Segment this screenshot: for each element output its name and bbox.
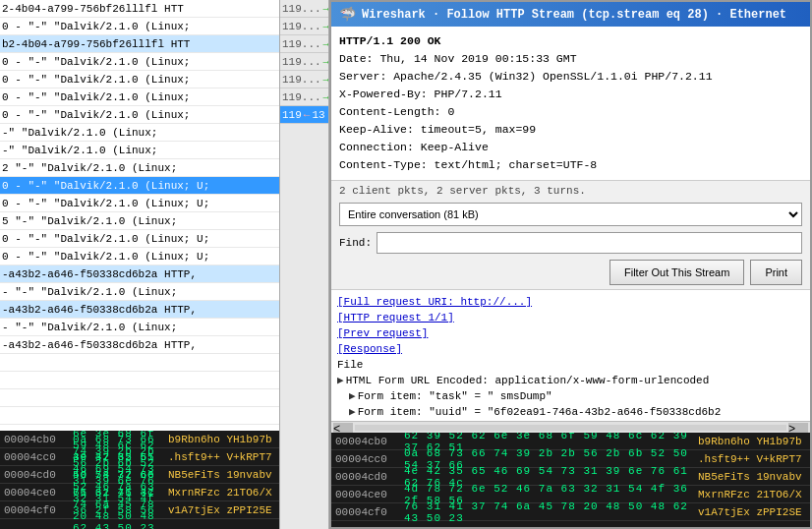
stream-content-area[interactable]: [Full request URI: http://...] [HTTP req… — [331, 289, 810, 421]
http-status-line: HTTP/1.1 200 OK — [339, 32, 802, 50]
packet-row-4[interactable]: 0 - "-" "Dalvik/2.1.0 (Linux; — [0, 53, 279, 71]
find-row: Find: — [331, 230, 810, 256]
packet-row-23[interactable] — [0, 389, 279, 407]
packet-row-2[interactable]: 0 - "-" "Dalvik/2.1.0 (Linux; — [0, 18, 279, 35]
packet-row-5[interactable]: 0 - "-" "Dalvik/2.1.0 (Linux; — [0, 71, 279, 88]
packet-row-14[interactable]: 0 - "-" "Dalvik/2.1.0 (Linux; U; — [0, 230, 279, 248]
tree-file: File — [337, 357, 804, 373]
http-server: Server: Apache/2.4.35 (Win32) OpenSSL/1.… — [339, 68, 802, 86]
left-hex-panel: 00004cb0 62 39 52 62 6e 3e 68 6f 59 48 6… — [0, 431, 280, 529]
packet-row-22[interactable] — [0, 372, 279, 389]
packet-row-10[interactable]: 2 "-" "Dalvik/2.1.0 (Linux; — [0, 159, 279, 177]
find-label: Find: — [339, 237, 371, 249]
packet-row-13[interactable]: 5 "-" "Dalvik/2.1.0 (Linux; — [0, 212, 279, 230]
packet-row-20[interactable]: -a43b2-a646-f50338cd6b2a HTTP, — [0, 336, 279, 354]
packet-row-12[interactable]: 0 - "-" "Dalvik/2.1.0 (Linux; U; — [0, 195, 279, 212]
line-row-2: 119... → 13 — [280, 18, 328, 35]
scroll-right-arrow[interactable]: > — [788, 423, 808, 433]
print-button[interactable]: Print — [750, 260, 802, 285]
conversation-dropdown[interactable]: Entire conversation (81 kB) Client (40 k… — [339, 203, 802, 226]
packet-row-17[interactable]: - "-" "Dalvik/2.1.0 (Linux; — [0, 283, 279, 301]
follow-stream-dialog: 🦈 Wireshark · Follow HTTP Stream (tcp.st… — [329, 0, 812, 529]
line-row-1: 119... → 13 — [280, 0, 328, 18]
http-content-type: Content-Type: text/html; charset=UTF-8 — [339, 156, 802, 174]
packet-row-24[interactable] — [0, 407, 279, 425]
left-packet-panel: 2-4b04-a799-756bf26lllfl HTT 0 - "-" "Da… — [0, 0, 280, 529]
scroll-track — [355, 425, 786, 431]
summary-text: 2 client pkts, 2 server pkts, 3 turns. — [331, 181, 810, 199]
packet-row-3[interactable]: b2-4b04-a799-756bf26lllfl HTT — [0, 35, 279, 53]
http-headers-section: HTTP/1.1 200 OK Date: Thu, 14 Nov 2019 0… — [331, 27, 810, 181]
dialog-hex-row-5: 00004cf0 76 31 41 37 74 6a 45 78 20 48 5… — [331, 503, 810, 521]
packet-row-6[interactable]: 0 - "-" "Dalvik/2.1.0 (Linux; — [0, 88, 279, 106]
packet-row-7[interactable]: 0 - "-" "Dalvik/2.1.0 (Linux; — [0, 106, 279, 124]
wireshark-icon: 🦈 — [339, 6, 356, 23]
packet-row-15[interactable]: 0 - "-" "Dalvik/2.1.0 (Linux; U; — [0, 248, 279, 265]
horizontal-scrollbar[interactable]: < > — [331, 421, 810, 433]
http-date: Date: Thu, 14 Nov 2019 00:15:33 GMT — [339, 50, 802, 68]
line-row-6: 119... → 13 — [280, 88, 328, 106]
scroll-left-arrow[interactable]: < — [333, 423, 353, 433]
line-row-3: 119... → 13 — [280, 35, 328, 53]
line-row-7-selected: 119 ← 13 — [280, 106, 328, 124]
tree-html-form[interactable]: ▶ HTML Form URL Encoded: application/x-w… — [337, 373, 804, 388]
packet-row-18[interactable]: -a43b2-a646-f50338cd6b2a HTTP, — [0, 301, 279, 319]
hex-row-5: 00004cf0 76 31 41 37 74 6a 45 78 20 48 5… — [0, 501, 280, 519]
conversation-controls: Entire conversation (81 kB) Client (40 k… — [331, 199, 810, 230]
tree-link-prev[interactable]: [Prev request] — [337, 325, 804, 341]
http-content-length: Content-Length: 0 — [339, 103, 802, 121]
dialog-hex-panel: 00004cb0 62 39 52 62 6e 3e 68 6f 59 48 6… — [331, 433, 810, 527]
line-row-5: 119... → 13 — [280, 71, 328, 88]
packet-row-11[interactable]: 0 - "-" "Dalvik/2.1.0 (Linux; U; — [0, 177, 279, 195]
action-buttons: Filter Out This Stream Print — [331, 256, 810, 289]
tree-link-response[interactable]: [Response] — [337, 341, 804, 357]
packet-row-19[interactable]: - "-" "Dalvik/2.1.0 (Linux; — [0, 319, 279, 336]
dialog-titlebar: 🦈 Wireshark · Follow HTTP Stream (tcp.st… — [331, 2, 810, 27]
tree-form-uuid[interactable]: ▶ Form item: "uuid" = "6f02ea91-746a-43b… — [337, 404, 804, 420]
line-row-4: 119... → 13 — [280, 53, 328, 71]
find-input[interactable] — [377, 232, 802, 254]
tree-link-full[interactable]: [Full request URI: http://...] — [337, 294, 804, 310]
packet-row-9[interactable]: -" "Dalvik/2.1.0 (Linux; — [0, 142, 279, 159]
tree-link-http[interactable]: [HTTP request 1/1] — [337, 310, 804, 325]
http-keep-alive: Keep-Alive: timeout=5, max=99 — [339, 121, 802, 139]
packet-row-16[interactable]: -a43b2-a646-f50338cd6b2a HTTP, — [0, 265, 279, 283]
dialog-title: Wireshark · Follow HTTP Stream (tcp.stre… — [362, 8, 786, 22]
filter-out-button[interactable]: Filter Out This Stream — [609, 260, 744, 285]
tree-form-task[interactable]: ▶ Form item: "task" = " smsDump" — [337, 388, 804, 404]
packet-row-21[interactable] — [0, 354, 279, 372]
http-connection: Connection: Keep-Alive — [339, 139, 802, 156]
packet-row-8[interactable]: -" "Dalvik/2.1.0 (Linux; — [0, 124, 279, 142]
packet-row-1[interactable]: 2-4b04-a799-756bf26lllfl HTT — [0, 0, 279, 18]
http-powered-by: X-Powered-By: PHP/7.2.11 — [339, 86, 802, 103]
line-number-panel: 119... → 13 119... → 13 119... → 13 119.… — [280, 0, 329, 529]
